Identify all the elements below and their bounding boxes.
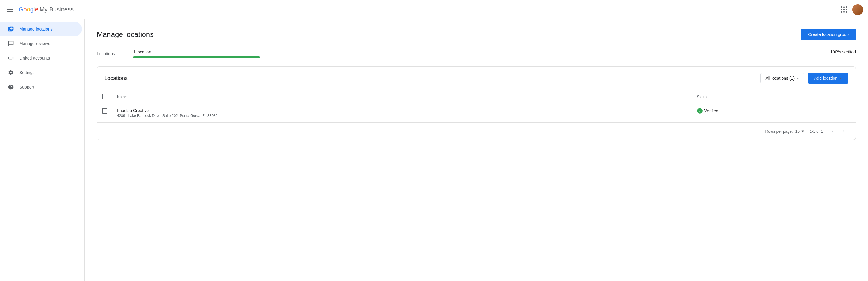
link-icon xyxy=(7,55,14,62)
card-header: Locations All locations (1) ▼ Add locati… xyxy=(97,67,856,90)
app-layout: Manage locations Manage reviews Linked a… xyxy=(0,19,868,281)
location-address: 42891 Lake Babcock Drive, Suite 202, Pun… xyxy=(117,114,687,118)
reviews-icon xyxy=(7,40,14,47)
support-icon xyxy=(7,83,14,91)
app-logo: Google My Business xyxy=(19,6,74,13)
rows-per-page-value: 10 xyxy=(796,129,800,134)
pagination: Rows per page: 10 ▼ 1-1 of 1 ‹ › xyxy=(97,122,856,140)
card-title: Locations xyxy=(104,75,128,81)
locations-summary: Locations 1 location 100% verified xyxy=(97,49,856,58)
page-info: 1-1 of 1 xyxy=(810,129,823,134)
rows-per-page: Rows per page: 10 ▼ xyxy=(766,129,805,134)
progress-fill xyxy=(133,56,260,58)
row-checkbox[interactable] xyxy=(102,108,107,114)
status-text: Verified xyxy=(704,108,719,113)
page-title: Manage locations xyxy=(97,30,154,39)
table-row: Impulse Creative 42891 Lake Babcock Driv… xyxy=(97,104,856,122)
location-name[interactable]: Impulse Creative xyxy=(117,108,687,113)
chevron-down-icon: ▼ xyxy=(801,129,805,134)
progress-bar xyxy=(133,56,260,58)
next-page-button[interactable]: › xyxy=(839,126,848,136)
card-actions: All locations (1) ▼ Add location ▼ xyxy=(760,73,848,84)
add-location-label: Add location xyxy=(814,76,837,81)
sidebar-item-support[interactable]: Support xyxy=(0,80,82,94)
select-all-checkbox[interactable] xyxy=(102,94,107,99)
summary-label: Locations xyxy=(97,51,121,56)
location-count: 1 location xyxy=(133,49,151,55)
main-content: Manage locations Create location group L… xyxy=(85,19,868,281)
settings-icon xyxy=(7,69,14,76)
user-avatar[interactable] xyxy=(852,4,863,15)
product-name: My Business xyxy=(40,6,74,13)
sidebar-item-label: Manage locations xyxy=(19,27,53,31)
app-header: Google My Business xyxy=(0,0,868,19)
col-header-name: Name xyxy=(112,90,692,104)
filter-label: All locations (1) xyxy=(766,76,795,81)
col-header-status: Status xyxy=(692,90,856,104)
page-navigation: ‹ › xyxy=(828,126,848,136)
sidebar: Manage locations Manage reviews Linked a… xyxy=(0,19,85,281)
create-location-group-button[interactable]: Create location group xyxy=(801,29,856,40)
prev-page-button[interactable]: ‹ xyxy=(828,126,837,136)
sidebar-item-linked-accounts[interactable]: Linked accounts xyxy=(0,51,82,65)
filter-dropdown[interactable]: All locations (1) ▼ xyxy=(760,73,805,83)
sidebar-item-manage-locations[interactable]: Manage locations xyxy=(0,22,82,36)
rows-per-page-label: Rows per page: xyxy=(766,129,793,134)
add-location-button[interactable]: Add location ▼ xyxy=(808,73,848,84)
verified-checkmark-icon: ✓ xyxy=(697,108,703,114)
main-header: Manage locations Create location group xyxy=(97,29,856,40)
sidebar-item-label: Settings xyxy=(19,70,35,75)
chevron-down-icon: ▼ xyxy=(796,77,799,80)
status-badge: ✓ Verified xyxy=(697,108,851,114)
header-right xyxy=(838,4,863,16)
locations-card: Locations All locations (1) ▼ Add locati… xyxy=(97,67,856,140)
sidebar-item-manage-reviews[interactable]: Manage reviews xyxy=(0,36,82,51)
row-checkbox-cell xyxy=(97,104,112,122)
summary-numbers: 1 location 100% verified xyxy=(133,49,856,55)
google-logo: Google xyxy=(19,6,38,13)
sidebar-item-label: Linked accounts xyxy=(19,56,50,61)
verified-stat: 100% verified xyxy=(830,49,856,55)
col-header-checkbox xyxy=(97,90,112,104)
status-cell: ✓ Verified xyxy=(692,104,856,122)
locations-table: Name Status Impulse Creative 42891 Lake … xyxy=(97,90,856,122)
sidebar-item-settings[interactable]: Settings xyxy=(0,65,82,80)
header-left: Google My Business xyxy=(5,5,74,14)
rows-per-page-select[interactable]: 10 ▼ xyxy=(796,129,805,134)
summary-stats: 1 location 100% verified xyxy=(133,49,856,58)
chevron-down-icon: ▼ xyxy=(839,77,842,80)
grid-apps-icon[interactable] xyxy=(838,4,850,16)
locations-icon xyxy=(7,25,14,33)
location-info-cell: Impulse Creative 42891 Lake Babcock Driv… xyxy=(112,104,692,122)
sidebar-item-label: Manage reviews xyxy=(19,41,50,46)
hamburger-icon[interactable] xyxy=(5,5,15,14)
sidebar-item-label: Support xyxy=(19,84,34,90)
